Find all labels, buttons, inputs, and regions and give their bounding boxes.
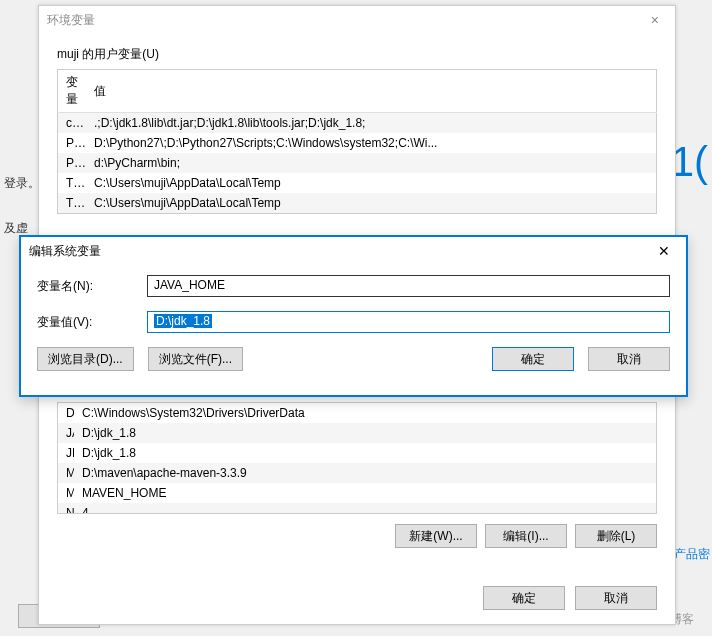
table-row[interactable]: TMPC:\Users\muji\AppData\Local\Temp [58,193,657,214]
edit-titlebar: 编辑系统变量 ✕ [21,237,686,265]
close-icon[interactable]: ✕ [650,241,678,261]
table-row[interactable]: TEMPC:\Users\muji\AppData\Local\Temp [58,173,657,193]
close-icon[interactable]: × [643,10,667,30]
env-cancel-button[interactable]: 取消 [575,586,657,610]
var-value-input[interactable]: D:\jdk_1.8 [147,311,670,333]
edit-ok-button[interactable]: 确定 [492,347,574,371]
new-sysvar-button[interactable]: 新建(W)... [395,524,477,548]
table-row[interactable]: PyCharm Community Editiond:\PyCharm\bin; [58,153,657,173]
col-variable[interactable]: 变量 [58,70,87,113]
browse-file-button[interactable]: 浏览文件(F)... [148,347,243,371]
table-row[interactable]: MAVEN_HOMEMAVEN_HOME [58,483,656,503]
table-row[interactable]: DriverDataC:\Windows\System32\Drivers\Dr… [58,403,656,423]
col-value[interactable]: 值 [86,70,657,113]
edit-sysvar-button[interactable]: 编辑(I)... [485,524,567,548]
var-name-input[interactable]: JAVA_HOME [147,275,670,297]
env-title: 环境变量 [47,12,95,29]
bg-product-link[interactable]: 产品密 [674,546,710,563]
env-ok-button[interactable]: 确定 [483,586,565,610]
system-vars-table-wrap: DriverDataC:\Windows\System32\Drivers\Dr… [57,402,657,514]
var-name-label: 变量名(N): [37,278,147,295]
table-row[interactable]: JAVA_HOMED:\jdk_1.8 [58,423,656,443]
user-vars-label: muji 的用户变量(U) [57,46,657,63]
browse-directory-button[interactable]: 浏览目录(D)... [37,347,134,371]
edit-dialog-title: 编辑系统变量 [29,243,101,260]
delete-sysvar-button[interactable]: 删除(L) [575,524,657,548]
env-titlebar: 环境变量 × [39,6,675,34]
table-row[interactable]: classpath.;D:\jdk1.8\lib\dt.jar;D:\jdk1.… [58,113,657,134]
system-vars-table[interactable]: DriverDataC:\Windows\System32\Drivers\Dr… [58,403,656,514]
user-vars-table[interactable]: 变量 值 classpath.;D:\jdk1.8\lib\dt.jar;D:\… [57,69,657,214]
table-row[interactable]: NUMBER_OF_PROCESSORS4 [58,503,656,514]
edit-cancel-button[interactable]: 取消 [588,347,670,371]
bg-win10-fragment: 1( [671,138,708,186]
table-row[interactable]: PathD:\Python27\;D:\Python27\Scripts;C:\… [58,133,657,153]
table-row[interactable]: M2_HOMED:\maven\apache-maven-3.3.9 [58,463,656,483]
table-row[interactable]: JRE_HOMED:\jdk_1.8 [58,443,656,463]
bg-login-text: 登录。 [4,175,40,192]
var-value-label: 变量值(V): [37,314,147,331]
edit-system-variable-dialog: 编辑系统变量 ✕ 变量名(N): JAVA_HOME 变量值(V): D:\jd… [19,235,688,397]
